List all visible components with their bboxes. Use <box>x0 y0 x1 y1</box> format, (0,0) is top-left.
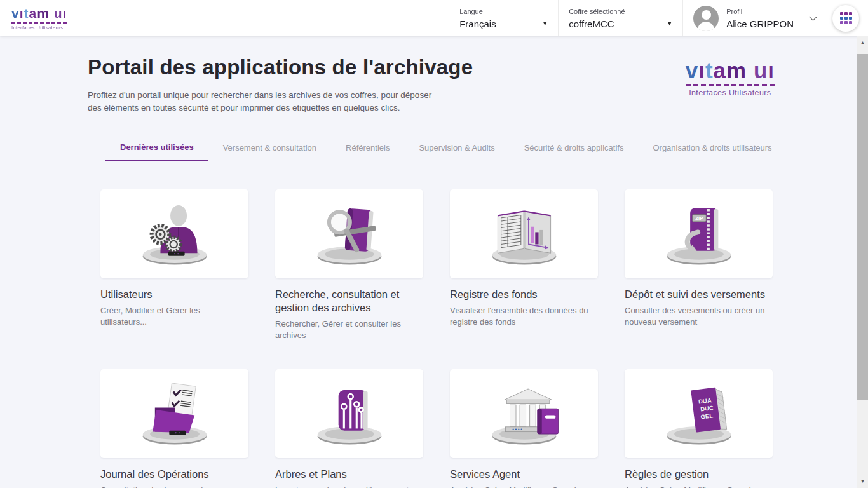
app-description: Visualiser l'ensemble des données du reg… <box>450 305 598 328</box>
logo-subtitle: Interfaces Utilisateurs <box>11 25 67 30</box>
tab-dernieres-utilisees[interactable]: Dernières utilisées <box>105 136 208 161</box>
app-link-regles-gestion[interactable]: DUA DUC GEL <box>625 369 773 458</box>
app-card-registre-fonds: Registre des fonds Visualiser l'ensemble… <box>450 189 598 341</box>
app-link-journal-operations[interactable] <box>100 369 248 458</box>
app-description: Rechercher, Gérer et consulter les archi… <box>275 318 423 341</box>
vertical-scrollbar[interactable]: ▲ ▼ <box>857 36 868 488</box>
logo-wordmark: vıtam uı <box>686 59 775 86</box>
open-book-chart-icon <box>475 197 574 271</box>
app-link-recherche-archives[interactable] <box>275 189 423 278</box>
vault-value: coffreMCC <box>569 18 614 29</box>
tab-supervision-audits[interactable]: Supervision & Audits <box>404 137 509 161</box>
app-card-journal-operations: Journal des Opérations Consultation des … <box>100 369 248 488</box>
app-card-recherche-archives: Recherche, consultation et gestion des a… <box>275 189 423 341</box>
app-card-utilisateurs: Utilisateurs Créer, Modifier et Gérer le… <box>100 189 248 341</box>
magnifier-book-icon <box>300 197 399 271</box>
app-link-utilisateurs[interactable] <box>100 189 248 278</box>
dropdown-caret-icon: ▼ <box>667 20 672 27</box>
tab-versement-consultation[interactable]: Versement & consultation <box>208 137 331 161</box>
app-description: Consultation des journaux des opérations… <box>100 485 248 488</box>
vault-select[interactable]: Coffre sélectionné coffreMCC ▼ <box>558 0 682 36</box>
circuit-book-icon <box>300 377 399 451</box>
language-value: Français <box>459 18 496 29</box>
app-title: Journal des Opérations <box>100 468 248 481</box>
user-avatar <box>693 6 719 31</box>
app-card-arbres-plans: Arbres et Plans Importer un arbre de pos… <box>275 369 423 488</box>
app-title: Arbres et Plans <box>275 468 423 481</box>
zip-label: ZIP <box>695 216 703 222</box>
vitam-ui-watermark-logo: vıtam uı Interfaces Utilisateurs <box>686 59 775 97</box>
scroll-up-button[interactable]: ▲ <box>857 37 868 48</box>
app-title: Dépôt et suivi des versements <box>625 288 773 301</box>
profile-menu[interactable]: Profil Alice GRIPPON <box>682 0 831 36</box>
logo-subtitle: Interfaces Utilisateurs <box>689 88 771 97</box>
portal-page: Portail des applications de l'archivage … <box>0 36 857 488</box>
app-description: Créer, Modifier et Gérer les utilisateur… <box>100 305 248 328</box>
app-title: Registre des fonds <box>450 288 598 301</box>
app-card-depot-versements: ZIP Dépôt et suivi des versements Consul… <box>625 189 773 341</box>
vitam-ui-logo[interactable]: vıtam uı Interfaces Utilisateurs <box>11 6 67 30</box>
apps-grid-button[interactable] <box>832 5 859 32</box>
language-select[interactable]: Langue Français ▼ <box>449 0 558 36</box>
profile-name: Alice GRIPPON <box>726 18 794 29</box>
page-title: Portail des applications de l'archivage <box>88 54 482 81</box>
app-title: Recherche, consultation et gestion des a… <box>275 288 423 314</box>
app-card-services-agent: Services Agent Accéder, Créer, Modifier … <box>450 369 598 488</box>
rules-book-icon: DUA DUC GEL <box>649 377 749 451</box>
vault-label: Coffre sélectionné <box>569 8 672 15</box>
top-bar: vıtam uı Interfaces Utilisateurs Langue … <box>0 0 868 36</box>
app-description: Importer un arbre de positionnement ou u… <box>275 485 423 488</box>
app-link-registre-fonds[interactable] <box>450 189 598 278</box>
zip-book-icon: ZIP <box>649 197 749 271</box>
app-description: Accéder, Créer, Modifier ou Supprimer le… <box>450 485 598 488</box>
app-description: Consulter des versements ou créer un nou… <box>625 305 773 328</box>
app-link-arbres-plans[interactable] <box>275 369 423 458</box>
folder-checklist-icon <box>125 377 224 451</box>
scroll-down-button[interactable]: ▼ <box>857 477 868 487</box>
dropdown-caret-icon: ▼ <box>542 20 548 27</box>
app-title: Utilisateurs <box>100 288 248 301</box>
app-title: Services Agent <box>450 468 598 481</box>
scrollbar-thumb[interactable] <box>857 54 868 400</box>
tab-securite-droits[interactable]: Sécurité & droits applicatifs <box>510 137 639 161</box>
tab-referentiels[interactable]: Référentiels <box>331 137 404 161</box>
apps-grid-icon <box>840 12 852 24</box>
language-label: Langue <box>459 8 548 15</box>
app-description: Accéder, Créer, Modifier ou Supprimer le… <box>625 485 773 488</box>
app-title: Règles de gestion <box>625 468 773 481</box>
profile-label: Profil <box>726 8 794 15</box>
app-cards-grid: Utilisateurs Créer, Modifier et Gérer le… <box>100 189 857 488</box>
category-tabs: Dernières utilisées Versement & consulta… <box>88 136 787 161</box>
logo-wordmark: vıtam uı <box>11 6 67 24</box>
app-link-depot-versements[interactable]: ZIP <box>625 189 773 278</box>
page-subtitle: Profitez d'un portail unique pour recher… <box>88 89 434 115</box>
bank-book-icon <box>475 377 574 451</box>
app-card-regles-gestion: DUA DUC GEL Règles de gestion Accéder, C… <box>625 369 773 488</box>
user-gears-icon <box>125 197 224 271</box>
app-link-services-agent[interactable] <box>450 369 598 458</box>
tab-organisation-droits[interactable]: Organisation & droits utilisateurs <box>638 137 786 161</box>
chevron-down-icon <box>809 13 817 21</box>
